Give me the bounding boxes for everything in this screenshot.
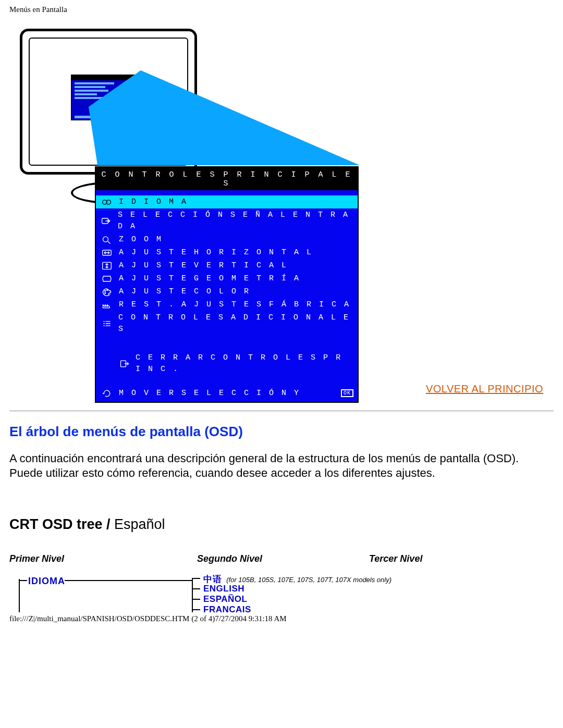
- level-1-header: Primer Nivel: [9, 553, 197, 564]
- tree-title-bold: CRT OSD tree /: [9, 516, 111, 532]
- osd-item-label: A J U S T E G E O M E T R Í A: [119, 273, 300, 285]
- osd-footer-text: M O V E R S E L E C C I Ó N Y: [119, 389, 300, 398]
- divider: [9, 411, 554, 411]
- osd-title: C O N T R O L E S P R I N C I P A L E S: [96, 167, 358, 190]
- svg-point-4: [103, 237, 108, 242]
- osd-item-color[interactable]: A J U S T E C O L O R: [100, 285, 353, 298]
- exit-icon: [119, 359, 130, 368]
- osd-item-input[interactable]: S E L E C C I Ó N S E Ñ A L E N T R A D …: [100, 208, 353, 233]
- tree-title: CRT OSD tree / Español: [9, 516, 554, 533]
- osd-panel: C O N T R O L E S P R I N C I P A L E S …: [95, 166, 359, 403]
- osd-item-factory[interactable]: R E S T . A J U S T E S F Á B R I C A: [100, 298, 353, 311]
- osd-tree: IDIOMA 中语 (for 105B, 105S, 107E, 107S, 1…: [9, 575, 554, 612]
- horizontal-icon: [100, 248, 114, 257]
- breadcrumb: Menús en Pantalla: [9, 5, 554, 14]
- tree-lang-label: ESPAÑOL: [203, 594, 247, 604]
- list-icon: [100, 319, 113, 328]
- osd-item-vadjust[interactable]: A J U S T E V E R T I C A L: [100, 259, 353, 272]
- tree-l1-idioma: IDIOMA: [28, 576, 65, 587]
- osd-item-label: Z O O M: [119, 234, 163, 245]
- tree-title-rest: Español: [111, 516, 165, 532]
- level-3-header: Tercer Nivel: [369, 553, 554, 564]
- osd-item-label: A J U S T E V E R T I C A L: [119, 260, 288, 272]
- input-icon: [100, 216, 113, 226]
- tree-lang-row: ESPAÑOL: [203, 594, 247, 604]
- osd-item-hadjust[interactable]: A J U S T E H O R I Z O N T A L: [100, 246, 353, 259]
- svg-point-7: [105, 290, 106, 291]
- tree-lang-label: FRANCAIS: [203, 604, 251, 612]
- tree-lang-label: ENGLISH: [203, 584, 244, 594]
- factory-icon: [100, 300, 114, 310]
- osd-item-label: R E S T . A J U S T E S F Á B R I C A: [119, 299, 350, 311]
- body-text: A continuación encontrará una descripció…: [9, 451, 552, 480]
- osd-item-label: C O N T R O L E S A D I C I O N A L E S: [118, 312, 353, 335]
- osd-item-idioma[interactable]: I D I O M A: [96, 195, 358, 208]
- osd-item-geometry[interactable]: A J U S T E G E O M E T R Í A: [100, 272, 353, 285]
- osd-item-label: S E L E C C I Ó N S E Ñ A L E N T R A D …: [118, 209, 353, 232]
- vertical-icon: [100, 261, 114, 270]
- osd-item-label: I D I O M A: [119, 196, 188, 208]
- zoom-icon: [100, 235, 114, 244]
- monitor-illustration: C O N T R O L E S P R I N C I P A L E S …: [14, 29, 378, 362]
- osd-close-label: C E R R A R C O N T R O L E S P R I N C …: [136, 352, 353, 375]
- svg-marker-0: [89, 70, 360, 165]
- osd-close-row[interactable]: C E R R A R C O N T R O L E S P R I N C …: [100, 351, 353, 376]
- tree-lang-row: ENGLISH: [203, 584, 244, 594]
- svg-point-8: [105, 293, 106, 294]
- ok-indicator: OK: [341, 389, 353, 397]
- level-2-header: Segundo Nivel: [197, 553, 369, 564]
- file-footer: file:///Z|/multi_manual/SPANISH/OSD/OSDD…: [9, 614, 554, 623]
- geometry-icon: [100, 274, 114, 283]
- osd-item-extra[interactable]: C O N T R O L E S A D I C I O N A L E S: [100, 311, 353, 336]
- tree-lang-label: 中语: [203, 575, 222, 584]
- level-headers: Primer Nivel Segundo Nivel Tercer Nivel: [9, 553, 554, 564]
- section-heading: El árbol de menús de pantalla (OSD): [9, 424, 554, 440]
- language-icon: [100, 198, 114, 207]
- tree-lang-row: FRANCAIS: [203, 604, 251, 612]
- osd-item-label: A J U S T E C O L O R: [119, 286, 250, 298]
- osd-item-zoom[interactable]: Z O O M: [100, 233, 353, 246]
- svg-point-9: [107, 290, 108, 291]
- rotate-icon: [100, 388, 114, 398]
- palette-icon: [100, 287, 114, 297]
- osd-footer: M O V E R S E L E C C I Ó N Y OK: [96, 383, 358, 402]
- osd-item-label: A J U S T E H O R I Z O N T A L: [119, 247, 313, 258]
- tree-lang-note: (for 105B, 105S, 107E, 107S, 107T, 107X …: [226, 576, 391, 584]
